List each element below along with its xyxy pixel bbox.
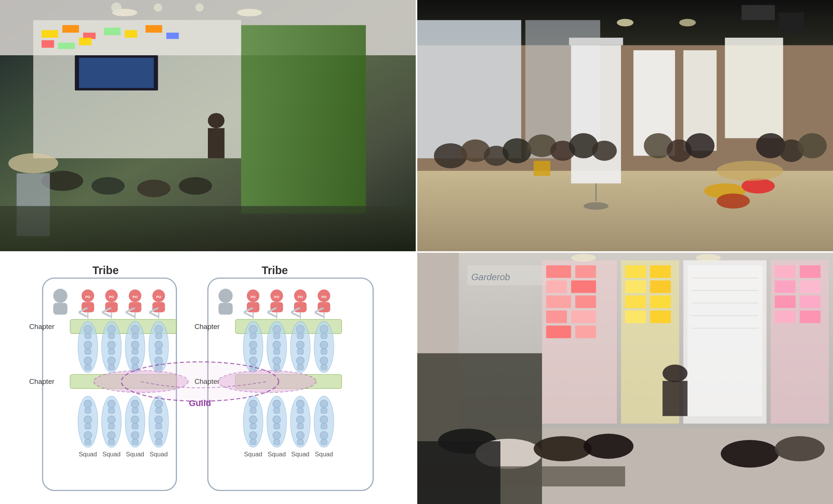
svg-rect-36 (571, 45, 621, 183)
bottom-left-diagram: Tribe Tribe PO PO (0, 253, 416, 504)
svg-rect-109 (156, 333, 162, 339)
svg-point-92 (84, 341, 92, 349)
svg-rect-145 (219, 303, 233, 315)
svg-point-90 (84, 325, 92, 333)
svg-rect-37 (569, 38, 623, 45)
svg-rect-70 (82, 302, 94, 312)
svg-rect-97 (108, 333, 115, 339)
squad2-t1: Squad (102, 451, 121, 457)
svg-rect-234 (546, 295, 571, 308)
svg-point-60 (798, 133, 827, 158)
svg-point-112 (155, 357, 163, 365)
svg-point-183 (296, 357, 304, 365)
svg-point-273 (696, 254, 720, 262)
svg-point-181 (296, 341, 304, 349)
svg-rect-254 (775, 265, 795, 278)
svg-point-16 (208, 113, 225, 128)
svg-point-124 (84, 432, 92, 440)
svg-rect-246 (625, 311, 646, 323)
svg-point-39 (584, 202, 608, 210)
svg-rect-201 (250, 424, 256, 429)
chapter1-label: Chapter (29, 323, 55, 331)
svg-point-198 (249, 400, 257, 408)
svg-rect-241 (650, 265, 671, 278)
svg-rect-127 (108, 408, 115, 413)
svg-rect-199 (250, 408, 256, 413)
chapter2-label: Chapter (29, 377, 55, 385)
svg-rect-217 (321, 408, 327, 413)
svg-rect-184 (297, 364, 304, 370)
svg-rect-2 (241, 25, 366, 213)
svg-rect-219 (321, 424, 327, 429)
svg-rect-186 (321, 333, 327, 339)
svg-point-96 (108, 325, 116, 333)
svg-rect-235 (575, 295, 596, 308)
tr-photo-svg (417, 0, 833, 251)
svg-rect-260 (775, 311, 795, 323)
svg-rect-12 (166, 33, 179, 39)
svg-point-268 (721, 440, 779, 467)
svg-rect-103 (132, 333, 138, 339)
svg-rect-6 (42, 30, 58, 38)
svg-rect-11 (146, 25, 162, 33)
svg-rect-238 (546, 326, 571, 338)
svg-point-200 (249, 416, 257, 424)
svg-point-272 (571, 254, 596, 262)
svg-rect-17 (208, 128, 225, 158)
svg-text:PO: PO (322, 295, 326, 299)
top-left-photo (0, 0, 416, 251)
svg-point-179 (296, 325, 304, 333)
svg-point-214 (296, 432, 304, 440)
svg-point-94 (84, 357, 92, 365)
svg-rect-232 (546, 280, 567, 293)
svg-rect-76 (129, 302, 142, 312)
svg-text:PO: PO (109, 295, 114, 299)
svg-rect-101 (108, 364, 115, 370)
svg-rect-68 (53, 303, 68, 315)
svg-rect-133 (132, 408, 138, 413)
svg-rect-190 (321, 364, 327, 370)
svg-rect-180 (297, 333, 304, 339)
svg-rect-215 (297, 439, 304, 445)
svg-rect-188 (321, 349, 327, 354)
svg-point-266 (534, 436, 592, 461)
svg-rect-15 (79, 38, 92, 45)
diagram-wrapper: Tribe Tribe PO PO (0, 253, 416, 504)
svg-point-202 (249, 432, 257, 440)
svg-rect-203 (250, 439, 256, 445)
svg-rect-139 (156, 408, 162, 413)
svg-point-189 (320, 357, 328, 365)
svg-rect-178 (273, 364, 280, 370)
svg-rect-143 (156, 439, 162, 445)
svg-rect-263 (663, 381, 687, 416)
spotify-model-diagram: Tribe Tribe PO PO (8, 260, 408, 496)
svg-rect-105 (132, 349, 138, 354)
svg-point-177 (273, 357, 281, 365)
squad1-t2: Squad (244, 451, 262, 457)
svg-rect-156 (318, 302, 330, 312)
svg-point-267 (584, 433, 634, 459)
svg-rect-239 (575, 326, 596, 338)
svg-point-62 (617, 19, 634, 26)
svg-point-218 (320, 416, 328, 424)
svg-point-67 (53, 289, 68, 303)
tl-photo-svg (0, 0, 416, 251)
squad2-t2: Squad (268, 451, 286, 457)
br-photo-overlay: Garderob (417, 253, 833, 504)
svg-rect-259 (800, 295, 821, 308)
svg-rect-242 (625, 280, 646, 293)
svg-rect-64 (779, 13, 804, 33)
svg-rect-73 (105, 302, 118, 312)
svg-point-130 (108, 432, 116, 440)
svg-point-45 (717, 193, 750, 209)
svg-point-134 (131, 416, 139, 424)
svg-rect-137 (132, 439, 138, 445)
svg-point-187 (320, 341, 328, 349)
svg-point-128 (108, 416, 116, 424)
svg-rect-174 (273, 333, 280, 339)
svg-point-106 (131, 357, 139, 365)
tr-photo-overlay (417, 0, 833, 251)
svg-rect-170 (250, 349, 256, 354)
top-right-photo (417, 0, 833, 251)
svg-point-144 (219, 289, 233, 303)
